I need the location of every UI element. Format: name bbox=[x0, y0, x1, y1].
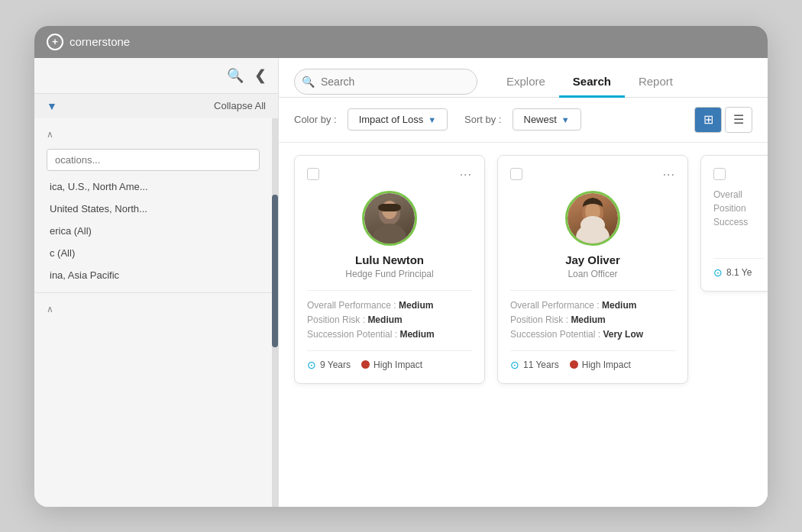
impact-badge: High Impact bbox=[570, 360, 631, 370]
card-overall-perf: Overall Performance : Medium bbox=[307, 300, 472, 311]
grid-view-button[interactable]: ⊞ bbox=[694, 107, 722, 133]
person-card-partial: Overall Position Success ⊙ 8.1 Ye bbox=[700, 155, 768, 292]
tab-report[interactable]: Report bbox=[625, 67, 687, 98]
card-menu-icon[interactable]: ··· bbox=[460, 168, 472, 182]
app-logo: + cornerstone bbox=[47, 34, 130, 50]
card-top: ··· bbox=[510, 168, 675, 182]
card-top: ··· bbox=[307, 168, 472, 182]
nav-tabs: Explore Search Report bbox=[493, 67, 687, 97]
succession-value: Very Low bbox=[603, 329, 643, 340]
sidebar-section-2: ∧ bbox=[34, 292, 272, 325]
main-layout: 🔍 ❮ ▼ Collapse All ∧ ica, U.S., N bbox=[34, 58, 768, 507]
sidebar-section-1: ∧ ica, U.S., North Ame... United States,… bbox=[34, 118, 272, 292]
sidebar-search-icon[interactable]: 🔍 bbox=[227, 67, 244, 84]
card-job-title: Hedge Fund Principal bbox=[307, 269, 472, 279]
cards-area: ··· bbox=[279, 143, 768, 507]
sidebar-item[interactable]: United States, North... bbox=[34, 198, 272, 220]
card-checkbox[interactable] bbox=[307, 168, 319, 180]
years-icon: ⊙ bbox=[307, 359, 316, 371]
filter-arrow-icon: ▼ bbox=[47, 100, 57, 112]
years-badge-partial: ⊙ 8.1 Ye bbox=[713, 266, 752, 279]
search-bar-wrapper: 🔍 bbox=[294, 69, 477, 95]
app-window: + cornerstone 🔍 ❮ ▼ Collapse All ∧ bbox=[34, 26, 768, 507]
svg-point-1 bbox=[373, 224, 406, 243]
card-divider bbox=[510, 290, 675, 291]
card-checkbox-partial[interactable] bbox=[713, 168, 726, 180]
view-toggle: ⊞ ☰ bbox=[694, 107, 752, 133]
card-footer: ⊙ 11 Years High Impact bbox=[510, 350, 675, 371]
partial-footer: ⊙ 8.1 Ye bbox=[713, 258, 764, 279]
avatar-lulu bbox=[364, 193, 415, 243]
card-menu-icon[interactable]: ··· bbox=[663, 168, 675, 182]
avatar-svg-jay bbox=[568, 193, 618, 243]
search-icon: 🔍 bbox=[302, 76, 315, 88]
sidebar-filter-row: ▼ Collapse All bbox=[34, 94, 278, 118]
sidebar: 🔍 ❮ ▼ Collapse All ∧ ica, U.S., N bbox=[34, 58, 279, 507]
impact-label: High Impact bbox=[582, 360, 631, 370]
card-position-risk: Position Risk : Medium bbox=[510, 314, 675, 325]
sidebar-item[interactable]: erica (All) bbox=[34, 220, 272, 242]
years-badge: ⊙ 9 Years bbox=[307, 359, 351, 371]
card-avatar-wrap bbox=[510, 191, 675, 246]
sort-by-value: Newest bbox=[524, 114, 557, 125]
position-risk-value: Medium bbox=[571, 314, 605, 325]
succession-value: Medium bbox=[399, 329, 434, 340]
overall-perf-value: Medium bbox=[399, 300, 433, 311]
color-by-arrow-icon: ▼ bbox=[428, 115, 436, 124]
logo-icon: + bbox=[47, 34, 63, 50]
sort-by-dropdown[interactable]: Newest ▼ bbox=[513, 108, 581, 131]
color-by-dropdown[interactable]: Impact of Loss ▼ bbox=[348, 108, 448, 131]
content-area: 🔍 Explore Search Report Color by : Impac… bbox=[279, 58, 768, 507]
avatar-ring bbox=[565, 191, 620, 246]
locations-input[interactable] bbox=[47, 149, 260, 171]
header-search-input[interactable] bbox=[294, 69, 477, 95]
impact-label: High Impact bbox=[374, 360, 422, 370]
sidebar-content: ∧ ica, U.S., North Ame... United States,… bbox=[34, 118, 272, 507]
sort-by-label: Sort by : bbox=[464, 114, 501, 125]
years-label: 11 Years bbox=[523, 360, 559, 370]
card-name: Lulu Newton bbox=[307, 253, 472, 266]
sidebar-collapse-icon[interactable]: ❮ bbox=[254, 67, 266, 84]
position-risk-value: Medium bbox=[367, 314, 402, 325]
card-position-risk: Position Risk : Medium bbox=[307, 314, 472, 325]
card-overall-perf: Overall Performance : Medium bbox=[510, 300, 675, 311]
sort-by-arrow-icon: ▼ bbox=[561, 115, 570, 124]
years-badge: ⊙ 11 Years bbox=[510, 359, 559, 371]
card-top-partial bbox=[713, 168, 764, 180]
sidebar-items-list: ica, U.S., North Ame... United States, N… bbox=[34, 176, 272, 286]
sidebar-inner: ∧ ica, U.S., North Ame... United States,… bbox=[34, 118, 278, 507]
years-icon: ⊙ bbox=[510, 359, 519, 371]
avatar-ring bbox=[362, 191, 417, 246]
sidebar-scrollbar[interactable] bbox=[272, 118, 278, 507]
color-by-value: Impact of Loss bbox=[359, 114, 424, 125]
svg-point-9 bbox=[580, 216, 605, 234]
content-header: 🔍 Explore Search Report bbox=[279, 58, 768, 98]
section-2-header: ∧ bbox=[34, 299, 272, 319]
years-icon-partial: ⊙ bbox=[713, 266, 723, 279]
partial-card-stats: Overall Position Success bbox=[713, 189, 764, 227]
toolbar: Color by : Impact of Loss ▼ Sort by : Ne… bbox=[279, 98, 768, 143]
section-2-chevron[interactable]: ∧ bbox=[47, 304, 53, 314]
card-divider bbox=[307, 290, 472, 291]
card-footer: ⊙ 9 Years High Impact bbox=[307, 350, 472, 371]
impact-dot bbox=[361, 360, 370, 369]
section-1-chevron[interactable]: ∧ bbox=[47, 129, 53, 140]
app-name: cornerstone bbox=[70, 35, 130, 48]
years-label: 9 Years bbox=[320, 360, 351, 370]
section-1-header: ∧ bbox=[34, 124, 272, 144]
sidebar-scroll-thumb bbox=[272, 195, 278, 347]
tab-explore[interactable]: Explore bbox=[493, 67, 559, 98]
list-view-button[interactable]: ☰ bbox=[725, 107, 752, 133]
tab-search[interactable]: Search bbox=[559, 67, 625, 98]
card-job-title: Loan Officer bbox=[510, 269, 675, 279]
sidebar-item[interactable]: c (All) bbox=[34, 242, 272, 264]
person-card-jay-oliver: ··· bbox=[497, 155, 688, 384]
overall-perf-value: Medium bbox=[602, 300, 636, 311]
card-succession-potential: Succession Potential : Medium bbox=[307, 329, 472, 340]
sidebar-item[interactable]: ica, U.S., North Ame... bbox=[34, 176, 272, 198]
collapse-all-button[interactable]: Collapse All bbox=[214, 100, 266, 111]
avatar-jay bbox=[568, 193, 618, 243]
sidebar-item[interactable]: ina, Asia Pacific bbox=[34, 264, 272, 286]
card-checkbox[interactable] bbox=[510, 168, 522, 180]
card-name: Jay Oliver bbox=[510, 253, 675, 266]
